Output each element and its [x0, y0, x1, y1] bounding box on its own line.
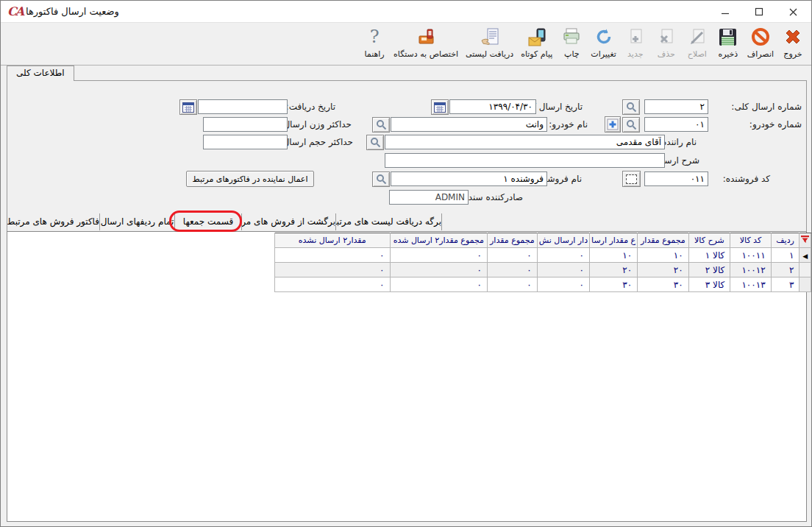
- close-button[interactable]: [776, 1, 810, 23]
- toolbar-print-button[interactable]: چاپ: [556, 26, 587, 64]
- column-header[interactable]: دار ارسال نش: [537, 233, 589, 248]
- toolbar-delete-button[interactable]: حذف: [651, 26, 682, 64]
- toolbar-receive-list-button[interactable]: دریافت لیستی: [462, 26, 517, 64]
- seller-name-search-button[interactable]: [372, 171, 390, 187]
- cell[interactable]: ۰: [537, 248, 589, 263]
- table-row[interactable]: ۳ ۱۰۰۱۳ کالا ۳ ۳۰ ۳۰ ۰ ۰ ۰ ۰: [275, 277, 811, 292]
- toolbar-sms-button[interactable]: پیام کوتاه: [517, 26, 556, 64]
- total-send-date-calendar-button[interactable]: [431, 99, 449, 115]
- column-header[interactable]: مجموع مقدار: [638, 233, 689, 248]
- cell[interactable]: ۰: [275, 263, 391, 277]
- row-selector[interactable]: [799, 277, 811, 292]
- cell[interactable]: ۱۰: [638, 248, 689, 263]
- cell[interactable]: ۳۰: [590, 277, 638, 292]
- assign-device-icon: [416, 26, 436, 48]
- receive-date-calendar-button[interactable]: [179, 99, 197, 115]
- max-weight-input[interactable]: [203, 117, 288, 132]
- search-icon: [376, 119, 387, 130]
- vehicle-name-search-button[interactable]: [372, 117, 390, 132]
- toolbar: خروج انصراف ذخیره اصلاح حذف: [1, 24, 812, 66]
- send-desc-input[interactable]: [385, 153, 665, 168]
- tab-related-sales-invoices[interactable]: فاکتور فروش های مرتبط: [7, 213, 99, 230]
- doc-issuer-input[interactable]: [389, 190, 469, 205]
- total-send-date-input[interactable]: [449, 99, 536, 114]
- cell[interactable]: ۰: [390, 277, 487, 292]
- cell[interactable]: ۰: [275, 248, 391, 263]
- cell[interactable]: کالا ۲: [688, 263, 730, 277]
- apply-agent-button[interactable]: اعمال نماینده در فاکتورهای مرتبط: [186, 171, 314, 187]
- table-row[interactable]: ◀ ۱ ۱۰۰۱۱ کالا ۱ ۱۰ ۱۰ ۰ ۰ ۰ ۰: [275, 248, 811, 263]
- column-header[interactable]: مجموع مقدار۲ ارسال شده: [390, 233, 487, 248]
- cell[interactable]: ۰: [488, 263, 538, 277]
- column-header[interactable]: مجموع مقدار: [488, 233, 538, 248]
- cell[interactable]: کالا ۱: [688, 248, 730, 263]
- cell[interactable]: ۱۰۰۱۲: [730, 263, 771, 277]
- column-header[interactable]: ع مقدار ارسا: [590, 233, 638, 248]
- toolbar-edit-button[interactable]: اصلاح: [682, 26, 713, 64]
- save-icon: [719, 26, 737, 48]
- toolbar-label: حذف: [658, 49, 675, 59]
- tab-related-sales-returns[interactable]: برگشت از فروش های مرتبط: [241, 213, 335, 230]
- column-header[interactable]: مقدار۲ ارسال نشده: [275, 233, 391, 248]
- cell[interactable]: ۳۰: [638, 277, 689, 292]
- cell[interactable]: ۰: [275, 277, 391, 292]
- cell[interactable]: ۱۰۰۱۳: [730, 277, 771, 292]
- cell[interactable]: ۲۰: [590, 263, 638, 277]
- dotted-select-icon: [626, 174, 637, 184]
- cell[interactable]: ۰: [488, 277, 538, 292]
- toolbar-changes-button[interactable]: تغییرات: [587, 26, 620, 64]
- receive-date-input[interactable]: [198, 99, 288, 114]
- toolbar-save-button[interactable]: ذخیره: [713, 26, 744, 64]
- row-selector[interactable]: ◀: [799, 248, 811, 263]
- tab-general-info[interactable]: اطلاعات کلی: [7, 66, 74, 81]
- seller-code-input[interactable]: [644, 171, 708, 186]
- sms-icon: [527, 26, 546, 48]
- toolbar-help-button[interactable]: ? راهنما: [359, 26, 390, 64]
- search-icon: [626, 102, 637, 113]
- cell[interactable]: ۰: [390, 263, 487, 277]
- cell[interactable]: ۰: [390, 248, 487, 263]
- window-title: وضعیت ارسال فاکتورها: [26, 6, 119, 17]
- driver-name-input[interactable]: [385, 135, 665, 149]
- cell[interactable]: ۱۰۰۱۱: [730, 248, 771, 263]
- column-header[interactable]: شرح کالا: [688, 233, 730, 248]
- cell[interactable]: ۰: [537, 277, 589, 292]
- seller-name-input[interactable]: [391, 171, 547, 186]
- cell[interactable]: کالا ۳: [688, 277, 730, 292]
- driver-name-search-button[interactable]: [366, 135, 384, 150]
- toolbar-cancel-button[interactable]: انصراف: [744, 26, 777, 64]
- toolbar-new-button[interactable]: جدید: [620, 26, 651, 64]
- minimize-button[interactable]: [708, 1, 742, 23]
- tab-all-send-rows[interactable]: تمام ردیفهای ارسال: [99, 213, 174, 230]
- vehicle-no-input[interactable]: [644, 117, 708, 132]
- filter-header-cell[interactable]: [799, 233, 811, 248]
- edit-icon: [688, 26, 707, 48]
- toolbar-label: اصلاح: [688, 49, 707, 59]
- toolbar-exit-button[interactable]: خروج: [777, 26, 808, 64]
- cell[interactable]: ۰: [537, 263, 589, 277]
- tab-related-receive-sheets[interactable]: برگه دریافت لیست های مرتبط: [335, 213, 442, 230]
- total-send-no-input[interactable]: [644, 99, 708, 114]
- cell[interactable]: ۰: [488, 248, 538, 263]
- vehicle-add-button[interactable]: [605, 116, 621, 132]
- cell[interactable]: ۲۰: [638, 263, 689, 277]
- search-icon: [376, 174, 387, 185]
- total-send-no-search-button[interactable]: [622, 99, 640, 115]
- max-volume-input[interactable]: [203, 135, 288, 149]
- toolbar-assign-device-button[interactable]: اختصاص به دستگاه: [390, 26, 462, 64]
- cell[interactable]: ۲: [771, 263, 799, 277]
- toolbar-label: پیام کوتاه: [521, 49, 552, 59]
- seller-code-select-button[interactable]: [622, 171, 641, 187]
- vehicle-name-input[interactable]: [391, 117, 547, 132]
- maximize-button[interactable]: [742, 1, 776, 23]
- cell[interactable]: ۱: [771, 248, 799, 263]
- table-row[interactable]: ۲ ۱۰۰۱۲ کالا ۲ ۲۰ ۲۰ ۰ ۰ ۰ ۰: [275, 263, 811, 277]
- column-header[interactable]: ردیف: [771, 233, 799, 248]
- row-selector[interactable]: [799, 263, 811, 277]
- cell[interactable]: ۳: [771, 277, 799, 292]
- vehicle-no-search-button[interactable]: [622, 117, 640, 132]
- column-header[interactable]: کد کالا: [730, 233, 771, 248]
- cell[interactable]: ۱۰: [590, 248, 638, 263]
- toolbar-label: خروج: [783, 49, 802, 59]
- print-icon: [562, 26, 581, 48]
